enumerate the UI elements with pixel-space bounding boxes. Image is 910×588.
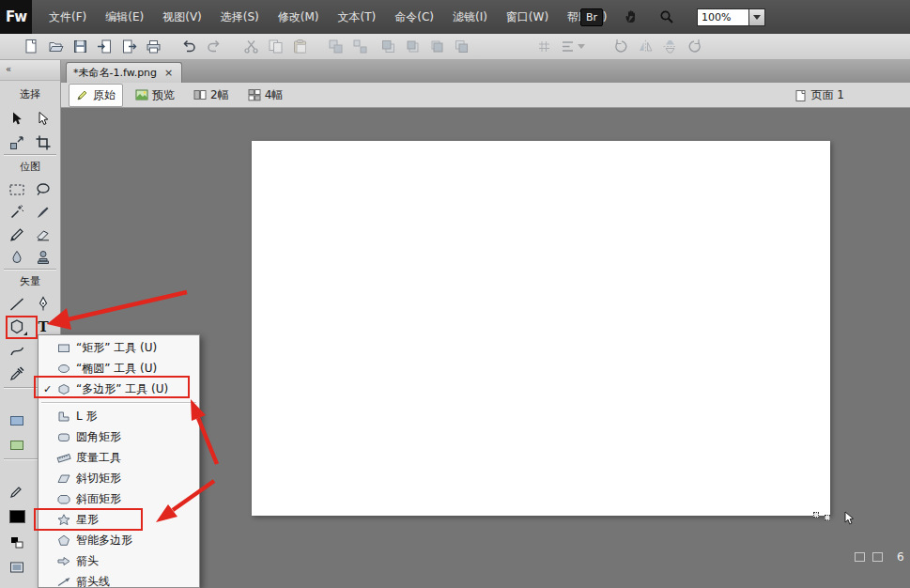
line-tool[interactable] [4,293,30,316]
app-logo: Fw [0,0,32,34]
menu-item-polygon-tool[interactable]: ✓ “多边形” 工具 (U) [39,379,199,399]
zoom-dropdown-arrow[interactable] [749,8,765,26]
menu-view[interactable]: 视图(V) [153,0,211,34]
canvas-resize-handle[interactable] [825,515,830,520]
view-mode-label: 预览 [152,87,175,103]
bring-to-front-button[interactable] [376,37,400,57]
rubber-stamp-tool[interactable] [30,246,56,269]
zoom-input[interactable] [697,8,749,26]
skewed-rectangle-icon [54,472,73,485]
view-mode-preview[interactable]: 预览 [129,85,181,106]
minimize-panel-icon[interactable] [855,552,865,562]
eyedropper-tool[interactable] [4,363,30,385]
tool-row [4,132,58,154]
blur-tool[interactable] [4,246,30,269]
menu-text[interactable]: 文本(T) [329,0,386,34]
menu-item-star[interactable]: 星形 [39,509,199,530]
freeform-tool[interactable] [4,340,30,363]
magic-wand-tool[interactable] [4,201,30,224]
brush-tool[interactable] [30,201,56,224]
menu-separator [41,402,196,403]
polygon-tool[interactable] [4,316,30,338]
canvas-resize-handle[interactable] [813,512,819,518]
page-indicator[interactable]: 页面 1 [794,83,844,108]
flip-horizontal-button[interactable] [633,37,657,57]
toolbar-gap [588,37,609,57]
send-backward-button[interactable] [424,37,449,57]
menu-modify[interactable]: 修改(M) [269,0,329,34]
view-mode-original[interactable]: 原始 [69,84,123,107]
redo-button[interactable] [201,37,225,57]
flip-vertical-button[interactable] [657,37,682,57]
export-icon [121,39,137,54]
rotate-ccw-button[interactable] [609,37,633,57]
group-button[interactable] [323,37,347,57]
paste-button[interactable] [287,37,312,57]
screen-mode-button[interactable] [4,556,30,579]
default-colors-button[interactable] [4,532,30,554]
view-mode-2up[interactable]: 2幅 [187,85,236,106]
tab-close-icon[interactable]: × [164,67,173,79]
save-icon [72,39,88,54]
close-panel-icon[interactable] [872,552,883,562]
rotate-cw-button[interactable] [682,37,706,57]
menu-item-rounded-rectangle[interactable]: 圆角矩形 [39,426,199,447]
save-button[interactable] [68,37,92,57]
subselection-tool[interactable] [30,108,56,131]
pencil-tool[interactable] [4,224,30,246]
bring-forward-button[interactable] [400,37,424,57]
crop-tool[interactable] [30,132,56,154]
menu-item-l-shape[interactable]: L 形 [39,406,199,426]
menu-commands[interactable]: 命令(C) [385,0,443,34]
pen-tool[interactable] [30,293,56,316]
ungroup-button[interactable] [347,37,372,57]
document-canvas[interactable] [252,141,830,516]
pointer-tool[interactable] [4,108,30,131]
menu-window[interactable]: 窗口(W) [497,0,558,34]
cut-button[interactable] [239,37,263,57]
hand-tool-icon[interactable] [624,9,639,24]
rectangle-hotspot-tool[interactable] [4,410,30,432]
open-button[interactable] [43,37,68,57]
print-button[interactable] [141,37,165,57]
bring-to-front-icon [380,39,396,54]
export-button[interactable] [116,37,141,57]
search-icon[interactable] [659,9,674,24]
menu-item-rectangle-tool[interactable]: “矩形” 工具 (U) [39,337,199,358]
marquee-tool[interactable] [4,178,30,201]
view-mode-4up[interactable]: 4幅 [241,85,290,106]
dropdown-triangle-icon [753,15,761,20]
menu-item-beveled-rectangle[interactable]: 斜面矩形 [39,488,199,509]
menu-item-measure-tool[interactable]: 度量工具 [39,447,199,468]
menu-select[interactable]: 选择(S) [211,0,269,34]
menu-item-smart-polygon[interactable]: 智能多边形 [39,530,199,550]
scale-tool[interactable] [4,132,30,154]
collapse-tools-panel-icon[interactable]: « [6,64,11,74]
stroke-color-control[interactable] [4,481,30,503]
menu-item-arrow[interactable]: 箭头 [39,550,199,571]
slice-tool[interactable] [4,434,30,456]
menu-item-ellipse-tool[interactable]: “椭圆” 工具 (U) [39,358,199,379]
menu-filters[interactable]: 滤镜(I) [443,0,497,34]
new-document-button[interactable] [19,37,43,57]
eraser-tool[interactable] [30,224,56,246]
menu-file[interactable]: 文件(F) [39,0,96,34]
lasso-icon [35,181,52,198]
lasso-tool[interactable] [30,178,56,201]
toolbar-gap [473,37,532,57]
menu-edit[interactable]: 编辑(E) [96,0,153,34]
snap-button[interactable] [532,37,556,57]
align-button[interactable] [556,37,588,57]
undo-button[interactable] [177,37,201,57]
import-button[interactable] [92,37,116,57]
copy-button[interactable] [263,37,287,57]
menu-item-skewed-rectangle[interactable]: 斜切矩形 [39,468,199,488]
fill-color-well[interactable] [4,505,30,528]
mouse-cursor-icon [844,511,856,526]
document-tab[interactable]: *未命名-1.fw.png × [66,62,182,83]
text-tool-icon: T [38,318,48,335]
send-to-back-button[interactable] [449,37,473,57]
menu-item-arrow-line[interactable]: 箭头线 [39,571,199,588]
view-mode-label: 原始 [93,87,116,103]
bridge-button[interactable]: Br [580,8,603,26]
